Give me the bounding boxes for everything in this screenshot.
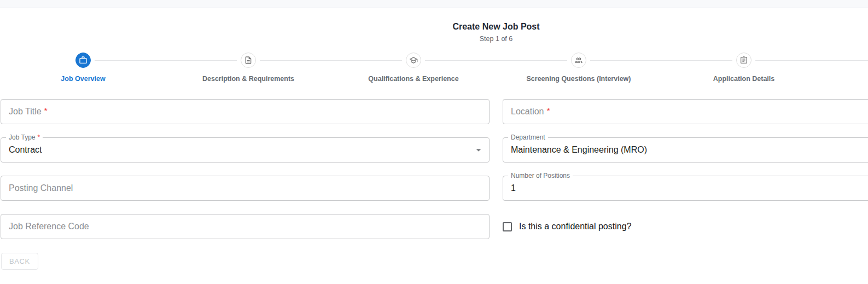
posting-channel-placeholder: Posting Channel bbox=[9, 183, 73, 193]
step-indicator: Step 1 of 6 bbox=[1, 35, 868, 43]
step-description-requirements[interactable]: Description & Requirements bbox=[166, 53, 331, 83]
step-connector bbox=[755, 60, 826, 61]
step-application-details[interactable]: Application Details bbox=[661, 53, 826, 83]
step-connector bbox=[590, 60, 661, 61]
step-label: Application Details bbox=[713, 75, 775, 83]
step-six-offscreen[interactable] bbox=[826, 53, 868, 83]
step-qualifications-experience[interactable]: Qualifications & Experience bbox=[331, 53, 496, 83]
posting-channel-input[interactable]: Posting Channel bbox=[1, 176, 490, 201]
document-icon bbox=[244, 56, 253, 65]
step-label: Description & Requirements bbox=[202, 75, 294, 83]
department-label: Department bbox=[508, 134, 548, 141]
step-connector bbox=[425, 60, 496, 61]
people-icon bbox=[574, 56, 583, 65]
step-connector bbox=[260, 60, 331, 61]
step-connector bbox=[166, 60, 237, 61]
job-reference-code-placeholder: Job Reference Code bbox=[9, 222, 89, 231]
briefcase-icon bbox=[79, 56, 88, 65]
job-overview-form: Job Title* Location* Job Type* Contract … bbox=[1, 99, 868, 239]
step-circle bbox=[241, 53, 256, 68]
step-circle-active bbox=[75, 53, 91, 68]
confidential-posting-checkbox-row[interactable]: Is this a confidential posting? bbox=[503, 222, 868, 231]
step-label: Job Overview bbox=[61, 75, 105, 83]
step-connector bbox=[496, 60, 567, 61]
step-label: Screening Questions (Interview) bbox=[526, 75, 631, 83]
back-button[interactable]: BACK bbox=[1, 253, 38, 270]
clipboard-icon bbox=[739, 56, 748, 65]
number-of-positions-label: Number of Positions bbox=[508, 172, 573, 179]
location-input[interactable]: Location* bbox=[503, 99, 868, 124]
step-job-overview[interactable]: Job Overview bbox=[1, 53, 166, 83]
confidential-posting-checkbox[interactable] bbox=[503, 222, 512, 231]
step-connector bbox=[95, 60, 166, 61]
graduation-cap-icon bbox=[409, 56, 418, 65]
create-job-post-page: Create New Job Post Step 1 of 6 Job Over… bbox=[1, 22, 868, 270]
required-asterisk: * bbox=[547, 107, 550, 116]
step-circle bbox=[736, 53, 752, 68]
department-input[interactable]: Department Maintenance & Engineering (MR… bbox=[503, 137, 868, 163]
required-asterisk: * bbox=[44, 107, 48, 116]
job-title-placeholder: Job Title* bbox=[9, 107, 48, 117]
stepper: Job Overview Description & Requirements … bbox=[1, 53, 868, 83]
step-label: Qualifications & Experience bbox=[368, 75, 458, 83]
job-type-select[interactable]: Job Type* Contract bbox=[1, 137, 490, 163]
step-screening-questions[interactable]: Screening Questions (Interview) bbox=[496, 53, 661, 83]
step-connector bbox=[331, 60, 402, 61]
job-type-label: Job Type* bbox=[6, 134, 43, 141]
confidential-posting-label: Is this a confidential posting? bbox=[519, 222, 631, 231]
number-of-positions-value: 1 bbox=[511, 183, 516, 193]
page-title: Create New Job Post bbox=[1, 22, 868, 32]
job-title-input[interactable]: Job Title* bbox=[1, 99, 490, 124]
department-value: Maintenance & Engineering (MRO) bbox=[511, 145, 647, 155]
chevron-down-icon bbox=[473, 144, 485, 156]
job-type-value: Contract bbox=[9, 145, 42, 155]
step-connector bbox=[661, 60, 732, 61]
location-placeholder: Location* bbox=[511, 107, 550, 117]
step-connector bbox=[826, 60, 868, 61]
required-asterisk: * bbox=[37, 134, 40, 141]
step-circle bbox=[406, 53, 421, 68]
step-circle bbox=[571, 53, 586, 68]
number-of-positions-input[interactable]: Number of Positions 1 bbox=[503, 176, 868, 201]
top-bar bbox=[0, 0, 868, 8]
job-reference-code-input[interactable]: Job Reference Code bbox=[1, 214, 490, 239]
